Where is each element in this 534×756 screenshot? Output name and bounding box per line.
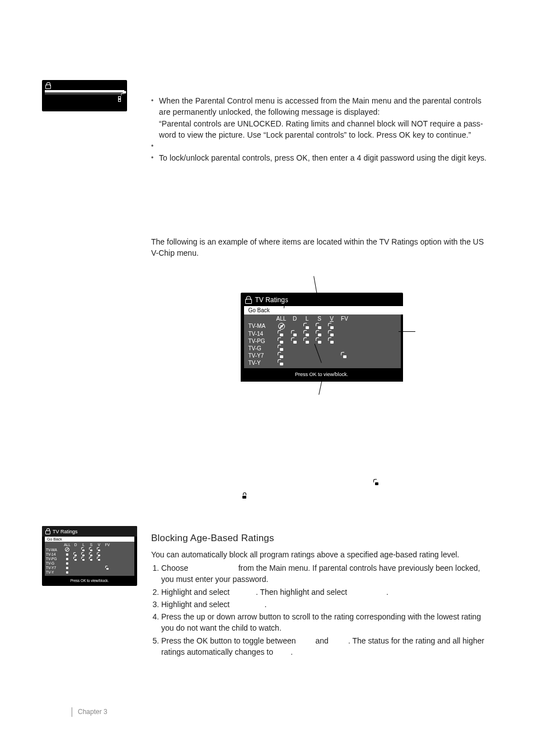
unlock-icon [292,338,298,344]
step-2: Highlight and select . Then highlight an… [161,586,492,598]
no-symbol-icon [278,323,285,330]
step-5: Press the OK button to toggle between an… [161,635,492,658]
unlock-icon [342,353,348,358]
blocking-intro: You can automatically block all program … [151,549,492,560]
unlock-icon [279,345,284,351]
unlock-icon [317,331,322,336]
unlock-icon [279,353,284,358]
col-d: D [289,316,301,322]
step-4: Press the up or down arrow button to scr… [161,611,492,634]
lock-icon [45,528,50,534]
unlock-icon [279,338,284,344]
sidebar-tv-goback: Go Back [45,537,134,542]
tv-ratings-title: TV Ratings [255,296,288,304]
tv-ratings-figure: TV Ratings Go Back ALL D L S V FV [241,293,403,382]
route-icon [116,96,122,102]
col-v: V [326,316,338,322]
step-3: Highlight and select . [161,599,492,610]
lock-icon [242,490,247,500]
page-footer: Chapter 3 [72,707,107,717]
col-all: ALL [274,316,289,322]
row-tv-ma: TV-MA [249,323,274,329]
sidebar-help-text [42,104,127,111]
unlock-icon [305,338,310,344]
col-fv: FV [338,316,352,322]
unlock-icon [97,548,101,551]
sidebar-tv-title: TV Ratings [53,529,78,534]
unlock-icon [82,548,85,551]
row-tv-y: TV-Y [249,360,274,366]
step-1: Choose from the Main menu. If parental c… [161,562,492,585]
unlock-icon [317,338,322,344]
sidebar-tv-ratings-thumbnail: TV Ratings Go Back ALL D L S V FV TV-MA … [42,526,137,586]
unlock-icon [374,477,380,487]
bullet-1-quote: “Parental controls are UNLOCKED. Rating … [159,119,483,139]
unlock-icon [329,331,335,336]
bullet-list: • When the Parental Control menu is acce… [151,95,492,163]
row-tv-g: TV-G [249,345,274,351]
unlock-icon [90,548,93,551]
bullet-3: To lock/unlock parental controls, press … [159,152,492,163]
unlock-icon [305,323,310,329]
blocking-section: Blocking Age-Based Ratings You can autom… [151,532,492,659]
unlock-icon [317,323,322,329]
row-tv-y7: TV-Y7 [249,353,274,359]
section-intro: The following is an example of where ite… [151,236,492,259]
col-s: S [313,316,326,322]
col-l: L [301,316,313,322]
unlock-icon [292,331,298,336]
sidebar-tv-help: Press OK to view/block. [42,576,137,586]
lock-icon [245,296,252,304]
row-tv-pg: TV-PG [249,338,274,344]
unlock-icon [329,323,335,329]
sidebar-parental-menu [42,80,127,111]
row-tv-14: TV-14 [249,331,274,337]
bullet-1: When the Parental Control menu is access… [159,96,481,116]
unlock-icon [305,331,310,336]
unlock-icon [279,360,284,365]
no-symbol-icon [65,547,69,552]
unlock-icon [279,331,284,336]
bullet-2 [159,140,492,152]
go-back-label: Go Back [249,307,270,313]
lock-icon [45,82,51,89]
unlock-icon [329,338,335,344]
blocking-heading: Blocking Age-Based Ratings [151,532,492,546]
